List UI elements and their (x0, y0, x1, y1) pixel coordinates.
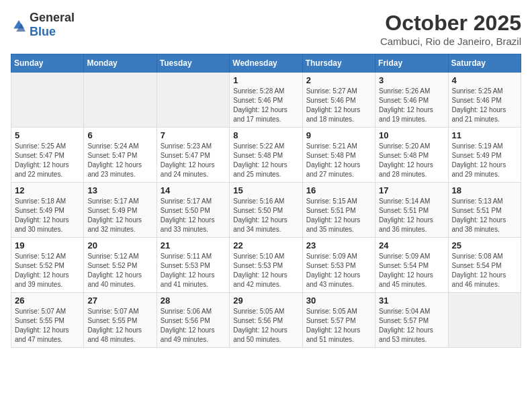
day-cell: 23Sunrise: 5:09 AM Sunset: 5:53 PM Dayli… (302, 238, 375, 293)
day-cell: 6Sunrise: 5:24 AM Sunset: 5:47 PM Daylig… (84, 128, 157, 183)
day-info: Sunrise: 5:04 AM Sunset: 5:57 PM Dayligh… (379, 307, 444, 345)
day-cell: 4Sunrise: 5:25 AM Sunset: 5:46 PM Daylig… (448, 73, 521, 128)
day-number: 22 (233, 240, 298, 250)
day-info: Sunrise: 5:26 AM Sunset: 5:46 PM Dayligh… (379, 87, 444, 124)
weekday-header-friday: Friday (375, 54, 448, 73)
weekday-header-sunday: Sunday (11, 54, 84, 73)
day-number: 23 (306, 240, 371, 250)
day-info: Sunrise: 5:10 AM Sunset: 5:53 PM Dayligh… (233, 252, 298, 289)
day-number: 9 (306, 130, 371, 140)
day-number: 7 (161, 130, 226, 140)
day-cell: 27Sunrise: 5:07 AM Sunset: 5:55 PM Dayli… (84, 293, 157, 348)
day-info: Sunrise: 5:17 AM Sunset: 5:50 PM Dayligh… (161, 197, 226, 234)
day-info: Sunrise: 5:05 AM Sunset: 5:56 PM Dayligh… (233, 307, 298, 345)
title-area: October 2025 Cambuci, Rio de Janeiro, Br… (380, 11, 521, 47)
day-number: 31 (379, 295, 444, 306)
weekday-header-wednesday: Wednesday (230, 54, 302, 73)
day-number: 16 (306, 185, 371, 195)
day-number: 12 (15, 185, 80, 195)
day-number: 28 (161, 295, 226, 306)
day-info: Sunrise: 5:17 AM Sunset: 5:49 PM Dayligh… (87, 197, 152, 234)
logo-icon (11, 18, 27, 32)
day-cell (448, 293, 521, 348)
day-number: 6 (87, 130, 152, 140)
weekday-header-tuesday: Tuesday (157, 54, 229, 73)
day-info: Sunrise: 5:15 AM Sunset: 5:51 PM Dayligh… (306, 197, 371, 234)
week-row-4: 19Sunrise: 5:12 AM Sunset: 5:52 PM Dayli… (11, 238, 521, 293)
day-info: Sunrise: 5:27 AM Sunset: 5:46 PM Dayligh… (306, 87, 371, 124)
day-info: Sunrise: 5:11 AM Sunset: 5:53 PM Dayligh… (161, 252, 226, 289)
day-cell: 16Sunrise: 5:15 AM Sunset: 5:51 PM Dayli… (302, 183, 375, 238)
day-cell: 10Sunrise: 5:20 AM Sunset: 5:48 PM Dayli… (375, 128, 448, 183)
calendar-table: SundayMondayTuesdayWednesdayThursdayFrid… (11, 54, 521, 348)
week-row-3: 12Sunrise: 5:18 AM Sunset: 5:49 PM Dayli… (11, 183, 521, 238)
day-cell: 29Sunrise: 5:05 AM Sunset: 5:56 PM Dayli… (230, 293, 302, 348)
day-cell: 9Sunrise: 5:21 AM Sunset: 5:48 PM Daylig… (302, 128, 375, 183)
day-cell: 30Sunrise: 5:05 AM Sunset: 5:57 PM Dayli… (302, 293, 375, 348)
header-area: General Blue October 2025 Cambuci, Rio d… (11, 11, 521, 47)
day-cell: 18Sunrise: 5:13 AM Sunset: 5:51 PM Dayli… (448, 183, 521, 238)
weekday-header-row: SundayMondayTuesdayWednesdayThursdayFrid… (11, 54, 521, 73)
day-cell: 21Sunrise: 5:11 AM Sunset: 5:53 PM Dayli… (157, 238, 229, 293)
day-info: Sunrise: 5:13 AM Sunset: 5:51 PM Dayligh… (452, 197, 517, 234)
day-cell: 12Sunrise: 5:18 AM Sunset: 5:49 PM Dayli… (11, 183, 84, 238)
day-cell: 5Sunrise: 5:25 AM Sunset: 5:47 PM Daylig… (11, 128, 84, 183)
day-cell: 1Sunrise: 5:28 AM Sunset: 5:46 PM Daylig… (230, 73, 302, 128)
day-number: 8 (233, 130, 298, 140)
week-row-2: 5Sunrise: 5:25 AM Sunset: 5:47 PM Daylig… (11, 128, 521, 183)
day-info: Sunrise: 5:28 AM Sunset: 5:46 PM Dayligh… (233, 87, 298, 124)
location-title: Cambuci, Rio de Janeiro, Brazil (380, 36, 521, 47)
day-number: 20 (87, 240, 152, 250)
day-number: 27 (87, 295, 152, 306)
logo: General Blue (11, 11, 75, 39)
day-number: 19 (15, 240, 80, 250)
day-cell: 26Sunrise: 5:07 AM Sunset: 5:55 PM Dayli… (11, 293, 84, 348)
day-cell: 15Sunrise: 5:16 AM Sunset: 5:50 PM Dayli… (230, 183, 302, 238)
day-number: 17 (379, 185, 444, 195)
day-number: 15 (233, 185, 298, 195)
day-cell: 2Sunrise: 5:27 AM Sunset: 5:46 PM Daylig… (302, 73, 375, 128)
day-number: 26 (15, 295, 80, 306)
day-number: 10 (379, 130, 444, 140)
weekday-header-monday: Monday (84, 54, 157, 73)
day-cell: 8Sunrise: 5:22 AM Sunset: 5:48 PM Daylig… (230, 128, 302, 183)
day-number: 14 (161, 185, 226, 195)
logo-general: General (30, 11, 75, 24)
day-number: 11 (452, 130, 517, 140)
day-info: Sunrise: 5:12 AM Sunset: 5:52 PM Dayligh… (15, 252, 80, 289)
day-cell: 3Sunrise: 5:26 AM Sunset: 5:46 PM Daylig… (375, 73, 448, 128)
day-info: Sunrise: 5:12 AM Sunset: 5:52 PM Dayligh… (87, 252, 152, 289)
week-row-1: 1Sunrise: 5:28 AM Sunset: 5:46 PM Daylig… (11, 73, 521, 128)
day-info: Sunrise: 5:21 AM Sunset: 5:48 PM Dayligh… (306, 142, 371, 179)
day-number: 5 (15, 130, 80, 140)
day-info: Sunrise: 5:09 AM Sunset: 5:54 PM Dayligh… (379, 252, 444, 289)
weekday-header-saturday: Saturday (448, 54, 521, 73)
day-cell: 22Sunrise: 5:10 AM Sunset: 5:53 PM Dayli… (230, 238, 302, 293)
day-info: Sunrise: 5:25 AM Sunset: 5:46 PM Dayligh… (452, 87, 517, 124)
day-info: Sunrise: 5:07 AM Sunset: 5:55 PM Dayligh… (87, 307, 152, 345)
day-info: Sunrise: 5:14 AM Sunset: 5:51 PM Dayligh… (379, 197, 444, 234)
day-info: Sunrise: 5:16 AM Sunset: 5:50 PM Dayligh… (233, 197, 298, 234)
day-info: Sunrise: 5:22 AM Sunset: 5:48 PM Dayligh… (233, 142, 298, 179)
day-info: Sunrise: 5:05 AM Sunset: 5:57 PM Dayligh… (306, 307, 371, 345)
day-cell: 20Sunrise: 5:12 AM Sunset: 5:52 PM Dayli… (84, 238, 157, 293)
day-number: 18 (452, 185, 517, 195)
day-info: Sunrise: 5:25 AM Sunset: 5:47 PM Dayligh… (15, 142, 80, 179)
day-number: 13 (87, 185, 152, 195)
day-number: 4 (452, 75, 517, 85)
logo-blue: Blue (30, 25, 56, 38)
day-number: 29 (233, 295, 298, 306)
day-cell: 13Sunrise: 5:17 AM Sunset: 5:49 PM Dayli… (84, 183, 157, 238)
day-info: Sunrise: 5:18 AM Sunset: 5:49 PM Dayligh… (15, 197, 80, 234)
day-info: Sunrise: 5:24 AM Sunset: 5:47 PM Dayligh… (87, 142, 152, 179)
day-cell: 11Sunrise: 5:19 AM Sunset: 5:49 PM Dayli… (448, 128, 521, 183)
month-title: October 2025 (380, 11, 521, 36)
day-info: Sunrise: 5:07 AM Sunset: 5:55 PM Dayligh… (15, 307, 80, 345)
day-info: Sunrise: 5:23 AM Sunset: 5:47 PM Dayligh… (161, 142, 226, 179)
day-number: 30 (306, 295, 371, 306)
day-cell: 14Sunrise: 5:17 AM Sunset: 5:50 PM Dayli… (157, 183, 229, 238)
day-number: 3 (379, 75, 444, 85)
day-info: Sunrise: 5:19 AM Sunset: 5:49 PM Dayligh… (452, 142, 517, 179)
day-number: 21 (161, 240, 226, 250)
day-number: 24 (379, 240, 444, 250)
